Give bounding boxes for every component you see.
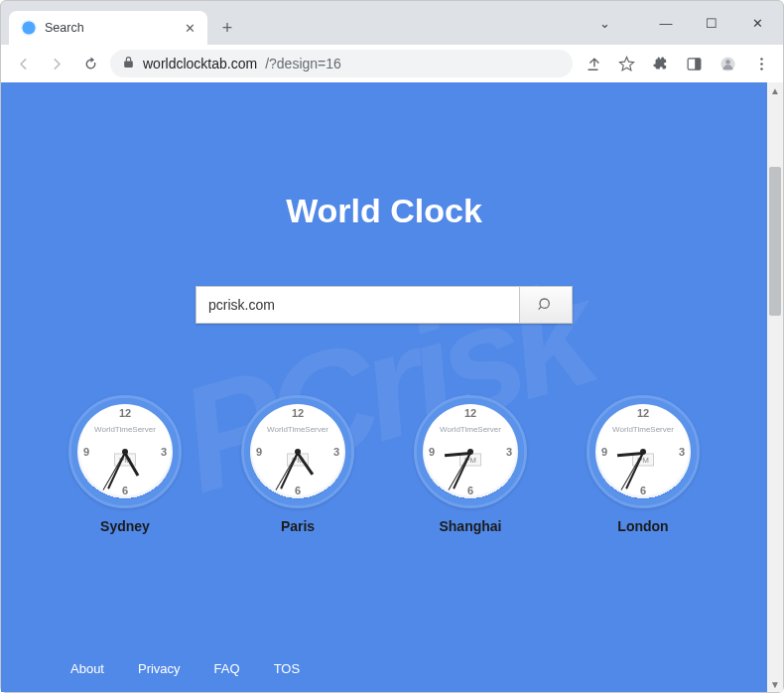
clock-label: Sydney <box>100 518 150 534</box>
dial-9: 9 <box>601 446 607 458</box>
clock-paris: 12 3 6 9 WorldTimeServer PM Paris <box>241 395 354 534</box>
clock-face: 12 3 6 9 WorldTimeServer PM <box>587 395 700 508</box>
page-content: PCrisk World Clock 12 3 6 <box>1 82 767 692</box>
dial-6: 6 <box>122 485 128 496</box>
lock-icon <box>122 56 135 71</box>
clock-sydney: 12 3 6 9 WorldTimeServer PM Sydney <box>68 395 182 534</box>
url-host: worldclocktab.com <box>143 56 257 71</box>
clock-brand: WorldTimeServer <box>440 425 501 434</box>
footer-link-tos[interactable]: TOS <box>274 661 301 676</box>
titlebar: Search ✕ + ⌄ — ☐ ✕ <box>1 1 783 45</box>
side-panel-icon[interactable] <box>680 50 708 77</box>
extensions-icon[interactable] <box>646 50 674 77</box>
search-input[interactable] <box>196 286 519 324</box>
clock-cap <box>295 449 301 455</box>
clock-cap <box>467 449 473 455</box>
url-path: /?design=16 <box>265 56 341 71</box>
clock-row: 12 3 6 9 WorldTimeServer PM Sydney <box>1 395 767 534</box>
dial-9: 9 <box>256 446 262 458</box>
dial-12: 12 <box>637 407 649 419</box>
dial-12: 12 <box>292 407 304 419</box>
tab-search-chevron-icon[interactable]: ⌄ <box>583 8 626 38</box>
dial-3: 3 <box>161 446 167 458</box>
dial-9: 9 <box>83 446 89 458</box>
clock-brand: WorldTimeServer <box>94 425 156 434</box>
vertical-scrollbar[interactable]: ▲ ▼ <box>767 82 783 692</box>
dial-9: 9 <box>429 446 435 458</box>
search-button[interactable] <box>519 286 573 324</box>
tab-close-icon[interactable]: ✕ <box>185 21 196 36</box>
nav-back-button[interactable] <box>9 50 37 77</box>
footer-link-about[interactable]: About <box>70 661 104 676</box>
clock-cap <box>122 449 128 455</box>
svg-point-5 <box>760 63 763 66</box>
clock-label: Shanghai <box>439 518 501 534</box>
clock-face: 12 3 6 9 WorldTimeServer PM <box>68 395 182 508</box>
toolbar: worldclocktab.com/?design=16 <box>1 45 783 82</box>
dial-6: 6 <box>467 485 473 496</box>
tab-favicon <box>21 20 37 36</box>
dial-12: 12 <box>119 407 131 419</box>
clock-label: London <box>617 518 668 534</box>
scroll-down-arrow-icon[interactable]: ▼ <box>767 676 783 692</box>
svg-point-6 <box>760 68 763 70</box>
tab-title: Search <box>45 21 84 35</box>
clock-london: 12 3 6 9 WorldTimeServer PM London <box>587 395 700 534</box>
address-bar[interactable]: worldclocktab.com/?design=16 <box>110 50 573 77</box>
close-window-button[interactable]: ✕ <box>735 8 779 38</box>
footer-nav: About Privacy FAQ TOS <box>1 644 767 692</box>
dial-3: 3 <box>333 446 339 458</box>
clock-brand: WorldTimeServer <box>267 425 328 434</box>
clock-shanghai: 12 3 6 9 WorldTimeServer PM Shanghai <box>414 395 527 534</box>
search-box <box>196 286 573 324</box>
svg-point-3 <box>725 60 730 65</box>
svg-rect-1 <box>695 58 701 69</box>
scrollbar-thumb[interactable] <box>769 167 781 316</box>
svg-point-4 <box>760 58 763 61</box>
reload-button[interactable] <box>76 50 104 77</box>
nav-forward-button[interactable] <box>43 50 70 77</box>
dial-12: 12 <box>464 407 476 419</box>
window-controls: ⌄ — ☐ ✕ <box>583 1 783 45</box>
kebab-menu-icon[interactable] <box>747 50 775 77</box>
scroll-up-arrow-icon[interactable]: ▲ <box>767 82 783 98</box>
dial-6: 6 <box>295 485 301 496</box>
bookmark-star-icon[interactable] <box>612 50 640 77</box>
clock-face: 12 3 6 9 WorldTimeServer PM <box>241 395 354 508</box>
share-icon[interactable] <box>579 50 606 77</box>
clock-face: 12 3 6 9 WorldTimeServer PM <box>414 395 527 508</box>
dial-3: 3 <box>506 446 512 458</box>
new-tab-button[interactable]: + <box>213 14 241 42</box>
dial-3: 3 <box>679 446 685 458</box>
minimize-button[interactable]: — <box>644 8 688 38</box>
page-title: World Clock <box>1 82 767 230</box>
dial-6: 6 <box>640 485 646 496</box>
profile-avatar-icon[interactable] <box>714 50 741 77</box>
browser-tab[interactable]: Search ✕ <box>9 11 207 45</box>
footer-link-privacy[interactable]: Privacy <box>138 661 181 676</box>
viewport: PCrisk World Clock 12 3 6 <box>1 82 783 692</box>
footer-link-faq[interactable]: FAQ <box>214 661 240 676</box>
maximize-button[interactable]: ☐ <box>690 8 733 38</box>
clock-cap <box>640 449 646 455</box>
search-icon <box>538 297 554 313</box>
browser-window: Search ✕ + ⌄ — ☐ ✕ worldclocktab.com/?de… <box>0 0 784 693</box>
clock-label: Paris <box>281 518 315 534</box>
clock-brand: WorldTimeServer <box>612 425 674 434</box>
